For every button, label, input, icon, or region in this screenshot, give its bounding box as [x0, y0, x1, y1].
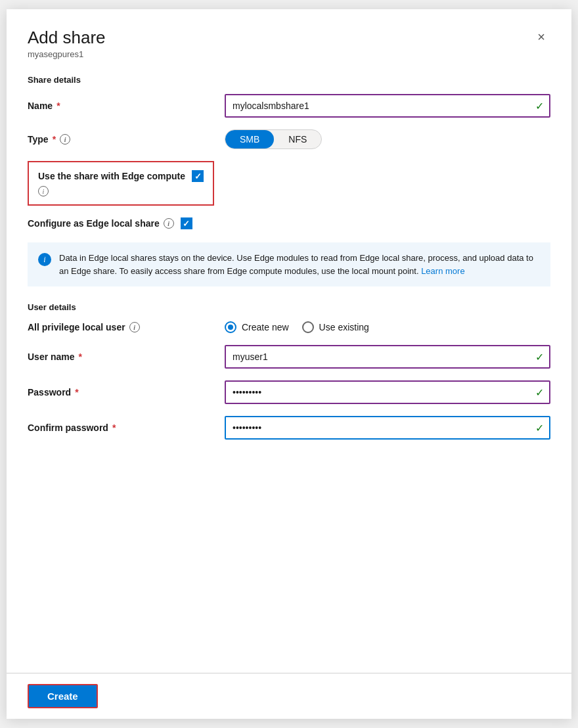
name-checkmark-icon: ✓ — [535, 100, 544, 112]
dialog-footer: Create — [7, 673, 571, 719]
create-button[interactable]: Create — [28, 684, 98, 708]
share-details-section-label: Share details — [28, 75, 550, 85]
dialog-header: Add share myasegpures1 × — [28, 28, 550, 59]
edge-local-checkmark: ✓ — [183, 219, 190, 229]
add-share-dialog: Add share myasegpures1 × Share details N… — [7, 9, 571, 719]
all-privilege-form-row: All privilege local user i Create new Us… — [28, 321, 550, 333]
create-new-radio-label: Create new — [242, 322, 289, 332]
confirm-password-input[interactable] — [225, 416, 550, 440]
info-box-text: Data in Edge local shares stays on the d… — [59, 252, 540, 277]
username-input-wrap: ✓ — [225, 345, 550, 369]
close-button[interactable]: × — [532, 28, 550, 46]
type-required-star: * — [53, 134, 56, 145]
edge-compute-checkbox[interactable]: ✓ — [192, 170, 204, 182]
confirm-password-form-row: Confirm password * ✓ — [28, 416, 550, 440]
type-form-row: Type * i SMB NFS — [28, 129, 550, 149]
name-required-star: * — [56, 101, 60, 111]
password-required-star: * — [75, 387, 78, 398]
use-existing-radio-label: Use existing — [319, 322, 369, 332]
confirm-password-label: Confirm password * — [28, 422, 225, 433]
create-new-radio-option[interactable]: Create new — [225, 321, 289, 333]
edge-local-row: Configure as Edge local share i ✓ — [28, 217, 550, 229]
edge-compute-label: Use the share with Edge compute — [38, 171, 185, 181]
user-details-section-label: User details — [28, 302, 550, 312]
password-label: Password * — [28, 387, 225, 398]
create-new-radio-circle — [225, 321, 236, 333]
name-form-row: Name * ✓ — [28, 94, 550, 118]
name-label: Name * — [28, 101, 225, 111]
type-label: Type * i — [28, 134, 225, 145]
use-existing-radio-circle — [302, 321, 314, 333]
edge-compute-checkmark: ✓ — [194, 171, 202, 181]
info-box: i Data in Edge local shares stays on the… — [28, 242, 550, 286]
dialog-title: Add share — [28, 28, 106, 48]
edge-compute-section: Use the share with Edge compute ✓ i — [28, 161, 214, 206]
edge-local-info-icon: i — [164, 218, 174, 229]
edge-local-label: Configure as Edge local share i — [28, 218, 174, 229]
password-checkmark-icon: ✓ — [535, 386, 544, 399]
confirm-password-input-wrap: ✓ — [225, 416, 550, 440]
dialog-subtitle: myasegpures1 — [28, 49, 106, 59]
username-required-star: * — [79, 352, 82, 362]
all-privilege-info-icon: i — [129, 322, 140, 332]
info-box-icon: i — [38, 253, 51, 266]
confirm-password-required-star: * — [112, 422, 116, 433]
type-toggle-group: SMB NFS — [225, 129, 322, 149]
edge-compute-info-row: i — [38, 186, 204, 196]
username-checkmark-icon: ✓ — [535, 351, 544, 363]
smb-toggle-button[interactable]: SMB — [225, 130, 274, 148]
username-label: User name * — [28, 352, 225, 362]
username-form-row: User name * ✓ — [28, 345, 550, 369]
all-privilege-label: All privilege local user i — [28, 322, 225, 332]
name-input[interactable] — [225, 94, 550, 118]
name-input-wrap: ✓ — [225, 94, 550, 118]
edge-local-checkbox[interactable]: ✓ — [181, 217, 192, 229]
header-text: Add share myasegpures1 — [28, 28, 106, 59]
password-form-row: Password * ✓ — [28, 380, 550, 404]
password-input-wrap: ✓ — [225, 380, 550, 404]
privilege-radio-group: Create new Use existing — [225, 321, 369, 333]
type-info-icon: i — [60, 134, 70, 145]
user-details-section: User details All privilege local user i … — [28, 302, 550, 440]
nfs-toggle-button[interactable]: NFS — [274, 130, 321, 148]
username-input[interactable] — [225, 345, 550, 369]
password-input[interactable] — [225, 380, 550, 404]
use-existing-radio-option[interactable]: Use existing — [302, 321, 369, 333]
edge-compute-info-icon: i — [38, 186, 49, 196]
confirm-password-checkmark-icon: ✓ — [535, 422, 544, 434]
learn-more-link[interactable]: Learn more — [421, 266, 464, 276]
edge-compute-checkbox-row: Use the share with Edge compute ✓ — [38, 170, 204, 182]
